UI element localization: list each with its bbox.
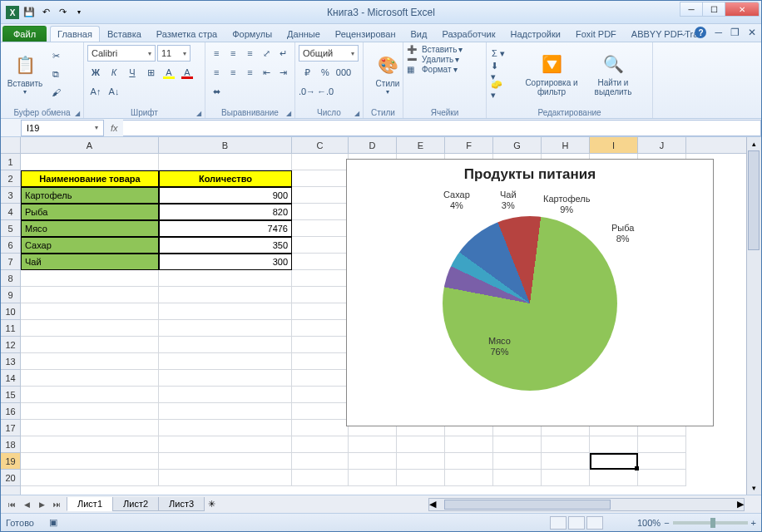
increase-indent-button[interactable]: ⇥ <box>276 64 291 81</box>
last-sheet-icon[interactable]: ⏭ <box>49 498 64 511</box>
cell-E20[interactable] <box>397 470 445 486</box>
cell-A6[interactable]: Сахар <box>21 237 159 254</box>
cell-B5[interactable]: 7476 <box>159 220 292 237</box>
cell-C10[interactable] <box>292 303 349 320</box>
cell-H19[interactable] <box>542 453 590 470</box>
redo-icon[interactable]: ↷ <box>56 6 69 19</box>
row-header-20[interactable]: 20 <box>1 470 20 486</box>
align-right-button[interactable]: ≡ <box>242 64 257 81</box>
cell-B15[interactable] <box>159 387 292 403</box>
cell-H18[interactable] <box>542 436 590 453</box>
tab-главная[interactable]: Главная <box>50 26 100 42</box>
next-sheet-icon[interactable]: ▶ <box>34 498 49 511</box>
align-top-button[interactable]: ≡ <box>209 45 224 62</box>
cell-C2[interactable] <box>292 170 349 187</box>
tab-рецензирован[interactable]: Рецензирован <box>328 26 403 42</box>
col-header-D[interactable]: D <box>349 137 397 153</box>
scroll-right-icon[interactable]: ▶ <box>737 499 744 510</box>
cell-C11[interactable] <box>292 320 349 337</box>
cell-G19[interactable] <box>493 453 542 470</box>
fx-icon[interactable]: fx <box>111 123 118 133</box>
format-painter-button[interactable]: 🖌 <box>47 84 64 101</box>
comma-button[interactable]: 000 <box>335 64 352 81</box>
row-header-5[interactable]: 5 <box>1 220 20 237</box>
cell-A18[interactable] <box>21 436 159 453</box>
view-page-layout-button[interactable] <box>568 516 585 530</box>
currency-button[interactable]: ₽ <box>299 64 315 81</box>
cell-A8[interactable] <box>21 270 159 287</box>
col-header-B[interactable]: B <box>159 137 292 153</box>
merge-button[interactable]: ⬌ <box>209 83 225 100</box>
row-header-19[interactable]: 19 <box>1 453 20 470</box>
number-format-combo[interactable]: Общий▾ <box>299 45 359 62</box>
tab-вставка[interactable]: Вставка <box>100 26 149 42</box>
cell-C5[interactable] <box>292 220 349 237</box>
row-header-11[interactable]: 11 <box>1 320 20 337</box>
cell-A9[interactable] <box>21 287 159 303</box>
cell-A20[interactable] <box>21 470 159 486</box>
paste-button[interactable]: 📋 Вставить ▾ <box>4 45 46 103</box>
insert-cells-button[interactable]: ➕Вставить ▾ <box>407 45 482 54</box>
cell-B9[interactable] <box>159 287 292 303</box>
cell-C8[interactable] <box>292 270 349 287</box>
tab-file[interactable]: Файл <box>2 26 47 42</box>
decrease-indent-button[interactable]: ⇤ <box>260 64 275 81</box>
increase-font-icon[interactable]: A↑ <box>87 83 104 100</box>
align-bottom-button[interactable]: ≡ <box>242 45 257 62</box>
scroll-up-icon[interactable]: ▴ <box>747 137 761 150</box>
row-header-1[interactable]: 1 <box>1 154 20 170</box>
cell-B10[interactable] <box>159 303 292 320</box>
cell-A14[interactable] <box>21 370 159 387</box>
cell-D20[interactable] <box>349 470 397 486</box>
cell-A11[interactable] <box>21 320 159 337</box>
cell-B18[interactable] <box>159 436 292 453</box>
increase-decimal-button[interactable]: .0→ <box>299 83 315 100</box>
cell-B4[interactable]: 820 <box>159 204 292 220</box>
cell-J19[interactable] <box>638 453 686 470</box>
cell-F19[interactable] <box>445 453 493 470</box>
undo-icon[interactable]: ↶ <box>39 6 52 19</box>
cell-B2[interactable]: Количество <box>159 170 292 187</box>
formula-input[interactable] <box>123 120 761 136</box>
zoom-slider[interactable] <box>673 521 748 525</box>
cell-I18[interactable] <box>590 436 638 453</box>
row-header-15[interactable]: 15 <box>1 387 20 403</box>
view-normal-button[interactable] <box>550 516 567 530</box>
cell-G18[interactable] <box>493 436 542 453</box>
cell-B20[interactable] <box>159 470 292 486</box>
decrease-decimal-button[interactable]: ←.0 <box>317 83 334 100</box>
cell-C14[interactable] <box>292 370 349 387</box>
minimize-button[interactable]: ─ <box>680 2 703 17</box>
bold-button[interactable]: Ж <box>87 64 104 81</box>
cell-E18[interactable] <box>397 436 445 453</box>
close-button[interactable]: ✕ <box>725 2 760 17</box>
tab-разработчик[interactable]: Разработчик <box>434 26 502 42</box>
col-header-G[interactable]: G <box>493 137 542 153</box>
cell-C16[interactable] <box>292 403 349 420</box>
col-header-J[interactable]: J <box>638 137 686 153</box>
zoom-out-button[interactable]: − <box>664 518 669 528</box>
cell-C6[interactable] <box>292 237 349 254</box>
align-center-button[interactable]: ≡ <box>225 64 240 81</box>
cell-A17[interactable] <box>21 420 159 436</box>
cell-B13[interactable] <box>159 353 292 370</box>
cell-J18[interactable] <box>638 436 686 453</box>
sort-filter-button[interactable]: 🔽 Сортировка и фильтр <box>522 45 581 103</box>
dialog-launcher-icon[interactable]: ◢ <box>353 109 361 117</box>
first-sheet-icon[interactable]: ⏮ <box>4 498 19 511</box>
minimize-ribbon-icon[interactable]: ⌵ <box>680 27 686 38</box>
cell-B6[interactable]: 350 <box>159 237 292 254</box>
cell-B14[interactable] <box>159 370 292 387</box>
align-middle-button[interactable]: ≡ <box>225 45 240 62</box>
tab-формулы[interactable]: Формулы <box>225 26 280 42</box>
cells-grid[interactable]: Наименование товараКоличествоКартофель90… <box>21 154 746 495</box>
row-header-17[interactable]: 17 <box>1 420 20 436</box>
col-header-I[interactable]: I <box>590 137 638 153</box>
sheet-tab-Лист2[interactable]: Лист2 <box>112 497 159 511</box>
cell-A4[interactable]: Рыба <box>21 204 159 220</box>
cell-J20[interactable] <box>638 470 686 486</box>
cut-button[interactable]: ✂ <box>47 47 64 64</box>
cell-D18[interactable] <box>349 436 397 453</box>
name-box[interactable]: I19 ▾ <box>21 120 104 136</box>
help-icon[interactable]: ? <box>695 27 706 38</box>
